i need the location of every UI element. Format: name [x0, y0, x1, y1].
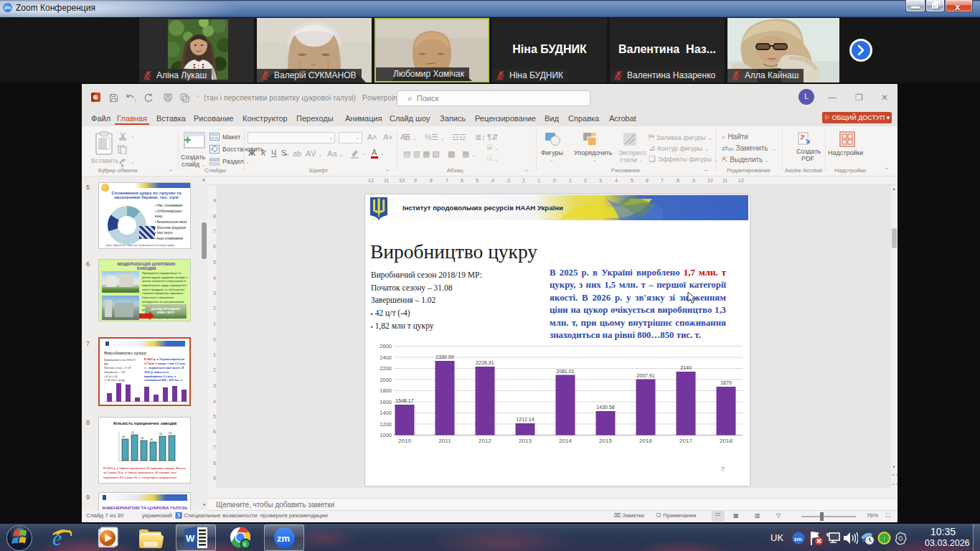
- svg-text:1870: 1870: [720, 380, 732, 385]
- svg-text:1212.14: 1212.14: [516, 417, 534, 422]
- svg-text:zm: zm: [794, 536, 802, 542]
- svg-text:2015: 2015: [599, 438, 612, 444]
- svg-text:1800: 1800: [380, 387, 392, 394]
- svg-text:2000: 2000: [380, 377, 392, 383]
- svg-text:W: W: [186, 533, 195, 544]
- svg-text:2330.99: 2330.99: [435, 354, 453, 359]
- svg-text:1400: 1400: [380, 410, 392, 416]
- svg-text:2011: 2011: [438, 438, 451, 444]
- svg-text:33: 33: [159, 433, 162, 435]
- svg-text:1000: 1000: [380, 432, 392, 438]
- svg-text:2400: 2400: [380, 354, 392, 361]
- svg-text:2014: 2014: [559, 438, 572, 444]
- svg-text:2017: 2017: [679, 438, 692, 444]
- svg-text:42: 42: [131, 431, 134, 434]
- svg-text:46: 46: [122, 435, 125, 438]
- svg-text:2140: 2140: [680, 365, 692, 370]
- svg-text:Інститут продовольчих ресурсів: Інститут продовольчих ресурсів НААН Укра…: [402, 204, 563, 212]
- svg-text:2016: 2016: [639, 438, 652, 444]
- svg-text:2226.31: 2226.31: [476, 360, 494, 365]
- svg-text:zm: zm: [277, 533, 290, 544]
- svg-text:2010: 2010: [398, 438, 411, 444]
- svg-text:e: e: [52, 526, 62, 550]
- svg-text:k: k: [244, 542, 247, 547]
- svg-text:33: 33: [169, 432, 171, 435]
- svg-text:38: 38: [141, 437, 143, 440]
- svg-text:36: 36: [150, 438, 153, 441]
- svg-text:2007.91: 2007.91: [636, 373, 654, 378]
- svg-text:2600: 2600: [380, 343, 392, 349]
- svg-text:2081.01: 2081.01: [556, 369, 574, 374]
- svg-text:1548.17: 1548.17: [395, 398, 413, 403]
- svg-text:2018: 2018: [720, 438, 732, 444]
- svg-text:1600: 1600: [380, 399, 392, 405]
- svg-text:2200: 2200: [380, 365, 392, 372]
- svg-text:2013: 2013: [519, 438, 532, 444]
- svg-text:2012: 2012: [479, 438, 491, 444]
- svg-text:1430.58: 1430.58: [596, 405, 614, 410]
- svg-text:1200: 1200: [380, 421, 392, 428]
